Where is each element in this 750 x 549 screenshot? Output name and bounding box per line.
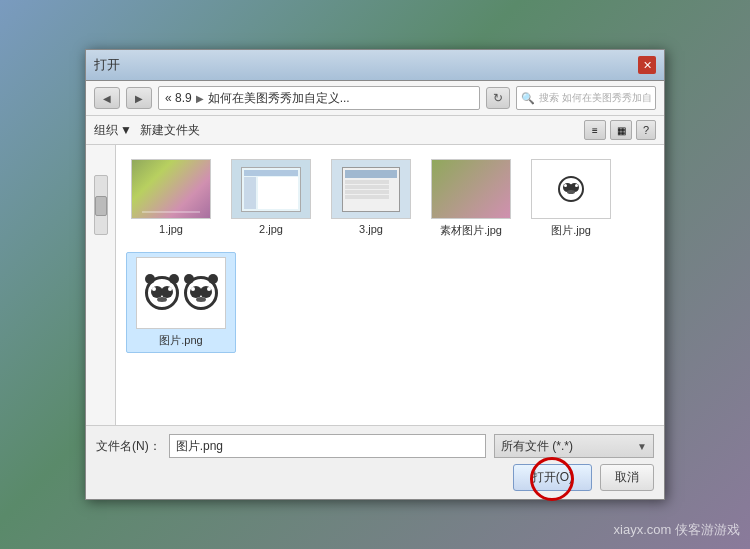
panda-ear-left (145, 274, 155, 284)
nav-toolbar: ◀ ▶ « 8.9 ▶ 如何在美图秀秀加自定义... ↻ 🔍 搜索 如何在美图秀… (86, 81, 664, 116)
screen-content (244, 177, 298, 209)
search-bar[interactable]: 🔍 搜索 如何在美图秀秀加自定... (516, 86, 656, 110)
select-arrow-icon: ▼ (637, 441, 647, 452)
watermark-text: 侠客游游戏 (675, 522, 740, 537)
toolbar-left: 组织 ▼ 新建文件夹 (94, 122, 200, 139)
dialog-row (345, 195, 389, 199)
view-grid-button[interactable]: ▦ (610, 120, 632, 140)
breadcrumb-part1: « 8.9 (165, 91, 192, 105)
nav-sidebar (86, 145, 116, 425)
screen-sidebar (244, 177, 256, 209)
panda-shine-left (564, 184, 567, 187)
view-toggle-button[interactable]: ≡ (584, 120, 606, 140)
screen-inner (241, 167, 301, 212)
file-label: 素材图片.jpg (440, 223, 502, 238)
watermark-site: xiayx.com (614, 522, 672, 537)
file-thumbnail (231, 159, 311, 219)
organize-button[interactable]: 组织 ▼ (94, 122, 132, 139)
content-area: 1.jpg 2.jpg (86, 145, 664, 425)
bottom-panel: 文件名(N)： 图片.png 所有文件 (*.*) ▼ 打开(O) 取消 (86, 425, 664, 499)
panda-ear-right (169, 274, 179, 284)
file-thumbnail (531, 159, 611, 219)
back-button[interactable]: ◀ (94, 87, 120, 109)
breadcrumb-part2: 如何在美图秀秀加自定义... (208, 90, 350, 107)
panda-ear-right (208, 274, 218, 284)
new-folder-button[interactable]: 新建文件夹 (140, 122, 200, 139)
dialog-rows (345, 180, 397, 199)
screen-bar (244, 170, 298, 176)
list-item[interactable]: 素材图片.jpg (426, 155, 516, 242)
file-label: 图片.png (159, 333, 202, 348)
dialog-title: 打开 (94, 56, 120, 74)
list-item[interactable]: 图片.jpg (526, 155, 616, 242)
breadcrumb-separator: ▶ (196, 93, 204, 104)
open-button[interactable]: 打开(O) (513, 464, 592, 491)
panda-shine-right (575, 184, 578, 187)
large-panda-head-right (184, 276, 218, 310)
breadcrumb[interactable]: « 8.9 ▶ 如何在美图秀秀加自定义... (158, 86, 480, 110)
panda-nose (196, 297, 206, 302)
dialog-row (345, 180, 389, 184)
list-item[interactable]: 2.jpg (226, 155, 316, 242)
action-row: 打开(O) 取消 (96, 464, 654, 491)
panda-thumbnail (532, 160, 610, 218)
screen-thumbnail (232, 160, 310, 218)
file-thumbnail (131, 159, 211, 219)
panda-nose (157, 297, 167, 302)
filetype-select[interactable]: 所有文件 (*.*) ▼ (494, 434, 654, 458)
large-panda-head-left (145, 276, 179, 310)
panda-head-left (558, 176, 584, 202)
organize-arrow: ▼ (120, 123, 132, 137)
file-label: 2.jpg (259, 223, 283, 235)
filename-input[interactable]: 图片.png (169, 434, 486, 458)
file-thumbnail (331, 159, 411, 219)
panda-shine-left (191, 287, 195, 291)
dialog-inner (342, 167, 400, 212)
dialog-row (345, 185, 389, 189)
filename-label: 文件名(N)： (96, 438, 161, 455)
open-dialog: 打开 ✕ ◀ ▶ « 8.9 ▶ 如何在美图秀秀加自定义... ↻ 🔍 搜索 如… (85, 49, 665, 500)
file-thumbnail-selected (136, 257, 226, 329)
forward-button[interactable]: ▶ (126, 87, 152, 109)
search-placeholder: 搜索 如何在美图秀秀加自定... (539, 91, 651, 105)
file-label: 图片.jpg (551, 223, 591, 238)
dialog-row (345, 190, 389, 194)
filename-row: 文件名(N)： 图片.png 所有文件 (*.*) ▼ (96, 434, 654, 458)
action-toolbar: 组织 ▼ 新建文件夹 ≡ ▦ ? (86, 116, 664, 145)
file-grid: 1.jpg 2.jpg (116, 145, 664, 425)
dialog-thumbnail (332, 160, 410, 218)
panda-ear-left (184, 274, 194, 284)
watermark: xiayx.com 侠客游游戏 (614, 521, 740, 539)
panda-face (558, 176, 584, 202)
flowers-thumbnail (132, 160, 210, 218)
screen-main (258, 177, 298, 209)
list-item[interactable]: 图片.png (126, 252, 236, 353)
refresh-button[interactable]: ↻ (486, 87, 510, 109)
organize-label: 组织 (94, 122, 118, 139)
open-label: 打开(O) (532, 470, 573, 484)
close-button[interactable]: ✕ (638, 56, 656, 74)
large-panda-face (145, 276, 218, 310)
titlebar: 打开 ✕ (86, 50, 664, 81)
scrollbar[interactable] (94, 175, 108, 235)
filename-value: 图片.png (176, 438, 223, 455)
panda-shine-right (168, 287, 172, 291)
panda-nose (567, 190, 575, 194)
panda-shine-right (207, 287, 211, 291)
scrollbar-thumb[interactable] (95, 196, 107, 216)
list-item[interactable]: 1.jpg (126, 155, 216, 242)
file-label: 3.jpg (359, 223, 383, 235)
search-icon: 🔍 (521, 92, 535, 105)
file-label: 1.jpg (159, 223, 183, 235)
filetype-value: 所有文件 (*.*) (501, 438, 573, 455)
list-item[interactable]: 3.jpg (326, 155, 416, 242)
cancel-button[interactable]: 取消 (600, 464, 654, 491)
file-thumbnail (431, 159, 511, 219)
toolbar-right: ≡ ▦ ? (584, 120, 656, 140)
help-button[interactable]: ? (636, 120, 656, 140)
panda-shine-left (152, 287, 156, 291)
dialog-title-bar (345, 170, 397, 178)
